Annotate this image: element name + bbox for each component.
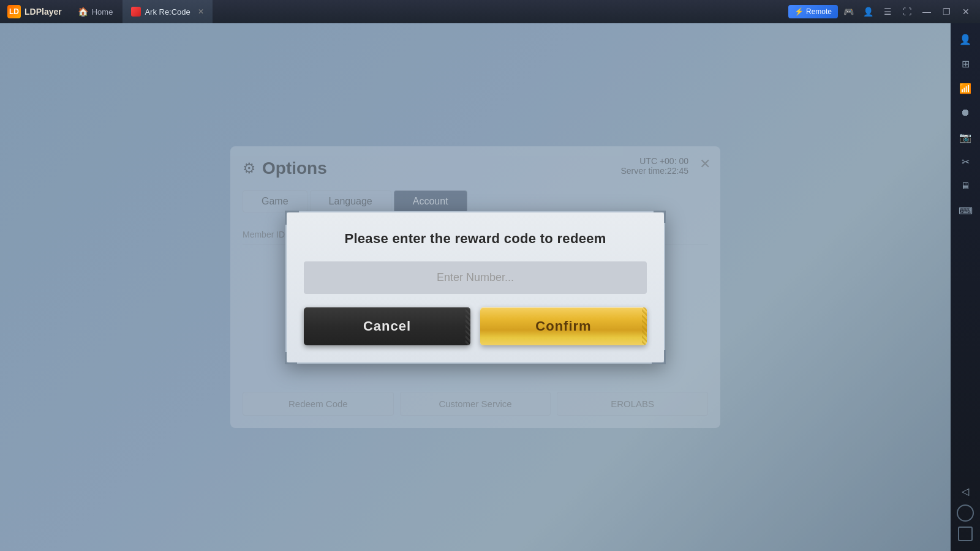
lightning-icon: ⚡ bbox=[794, 7, 804, 16]
minimize-button[interactable]: — bbox=[918, 3, 936, 20]
user-icon-btn[interactable]: 👤 bbox=[859, 3, 877, 20]
grid-sidebar-icon[interactable]: ⊞ bbox=[954, 53, 976, 75]
confirm-button[interactable]: Confirm bbox=[480, 307, 647, 345]
signal-sidebar-icon[interactable]: 📶 bbox=[954, 77, 976, 99]
home-icon: 🏠 bbox=[78, 7, 88, 17]
cancel-button[interactable]: Cancel bbox=[304, 307, 470, 345]
tab-bar: 🏠 Home Ark Re:Code ✕ bbox=[69, 0, 213, 23]
remote-button[interactable]: ⚡ Remote bbox=[788, 5, 838, 18]
close-button[interactable]: ✕ bbox=[957, 3, 975, 20]
app-logo[interactable]: LD LDPlayer bbox=[0, 5, 69, 18]
dialog-title: Please enter the reward code to redeem bbox=[304, 231, 647, 247]
titlebar: LD LDPlayer 🏠 Home Ark Re:Code ✕ ⚡ Remot… bbox=[0, 0, 980, 23]
fullscreen-icon-btn[interactable]: ⛶ bbox=[898, 3, 916, 20]
main-area: ⚙ Options UTC +00: 00 Server time:22:45 … bbox=[0, 23, 951, 551]
logo-icon: LD bbox=[7, 5, 21, 18]
keyboard-sidebar-icon[interactable]: ⌨ bbox=[954, 200, 976, 222]
game-icon bbox=[131, 7, 141, 17]
dialog-overlay: Please enter the reward code to redeem C… bbox=[0, 23, 951, 551]
restore-button[interactable]: ❐ bbox=[937, 3, 956, 20]
record-sidebar-icon[interactable]: ⏺ bbox=[954, 102, 976, 124]
dialog-buttons: Cancel Confirm bbox=[304, 307, 647, 345]
recents-square-icon[interactable] bbox=[958, 527, 973, 541]
reward-code-input[interactable] bbox=[304, 261, 647, 294]
app-name: LDPlayer bbox=[24, 7, 62, 17]
tab-ark-label: Ark Re:Code bbox=[145, 7, 190, 17]
home-circle-icon[interactable] bbox=[957, 504, 974, 522]
games-icon-btn[interactable]: 🎮 bbox=[839, 3, 858, 20]
scissor-sidebar-icon[interactable]: ✂ bbox=[954, 151, 976, 173]
display-sidebar-icon[interactable]: 🖥 bbox=[954, 175, 976, 197]
menu-icon-btn[interactable]: ☰ bbox=[878, 3, 897, 20]
tab-ark[interactable]: Ark Re:Code ✕ bbox=[123, 0, 212, 23]
tab-home-label: Home bbox=[92, 7, 113, 17]
avatar-sidebar-icon[interactable]: 👤 bbox=[954, 28, 976, 50]
reward-dialog: Please enter the reward code to redeem C… bbox=[285, 211, 665, 364]
screenshot-sidebar-icon[interactable]: 📷 bbox=[954, 126, 976, 148]
tab-home[interactable]: 🏠 Home bbox=[69, 0, 122, 23]
back-sidebar-icon[interactable]: ◁ bbox=[954, 480, 976, 502]
tab-close-icon[interactable]: ✕ bbox=[198, 7, 204, 16]
right-sidebar: 👤 ⊞ 📶 ⏺ 📷 ✂ 🖥 ⌨ ◁ bbox=[951, 23, 980, 551]
titlebar-controls: ⚡ Remote 🎮 👤 ☰ ⛶ — ❐ ✕ bbox=[788, 3, 980, 20]
